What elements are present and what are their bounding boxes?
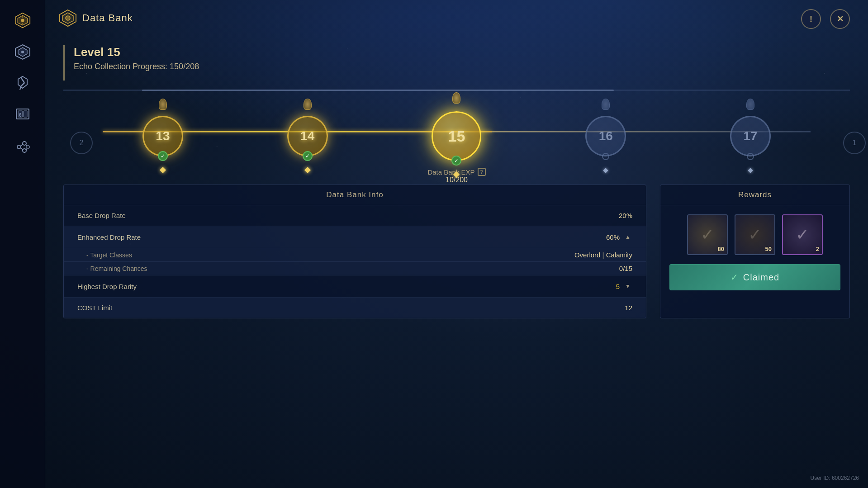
cost-limit-label: COST Limit — [77, 304, 112, 312]
sidebar-item-nav4[interactable] — [11, 136, 34, 158]
orb-top-15 — [452, 92, 460, 104]
row-highest-drop-rarity: Highest Drop Rarity 5 ▼ — [64, 275, 646, 298]
node-number-16: 16 — [599, 129, 613, 143]
echo-collection-progress: Echo Collection Progress: 150/208 — [74, 62, 841, 71]
reward-count-1: 80 — [718, 246, 724, 252]
highest-drop-value: 5 ▼ — [616, 282, 632, 291]
node-check-15: ✓ — [451, 156, 461, 166]
svg-line-11 — [20, 86, 21, 90]
info-panel-header: Data Bank Info — [64, 185, 646, 205]
topbar-actions: ! ✕ — [801, 9, 850, 29]
node-circle-13[interactable]: 13 — [142, 116, 183, 156]
scroll-thumb — [142, 90, 614, 91]
reward-item-1[interactable]: ✓ 80 — [687, 214, 728, 255]
info-panel: Data Bank Info Base Drop Rate 20% Enhanc… — [63, 185, 646, 318]
svg-line-20 — [21, 144, 23, 146]
reward-count-2: 50 — [765, 246, 772, 252]
svg-marker-8 — [18, 76, 27, 88]
claimed-button[interactable]: ✓ Claimed — [669, 264, 840, 290]
node-empty-16 — [602, 153, 609, 160]
rewards-panel-body: ✓ 80 ✓ 50 ✓ 2 — [660, 205, 849, 299]
sidebar-logo[interactable] — [11, 9, 34, 32]
level-right-circle: 1 — [843, 132, 866, 154]
rewards-items: ✓ 80 ✓ 50 ✓ 2 — [669, 214, 840, 255]
orb-knob-15 — [452, 92, 460, 104]
claimed-check-icon: ✓ — [730, 272, 739, 283]
row-target-classes: - Target Classes Overlord | Calamity — [64, 248, 646, 262]
row-cost-limit: COST Limit 12 — [64, 298, 646, 318]
main-content: Level 15 Echo Collection Progress: 150/2… — [45, 36, 868, 488]
level-node-17: 17 — [730, 107, 771, 156]
orb-knob-14 — [304, 99, 312, 110]
svg-point-18 — [23, 149, 26, 152]
reward-item-2[interactable]: ✓ 50 — [735, 214, 775, 255]
level-2-circle: 2 — [70, 132, 93, 154]
node-empty-17 — [747, 153, 754, 160]
rewards-panel-header: Rewards — [660, 185, 849, 205]
timeline-area: 2 1 13 ✓ — [63, 100, 850, 163]
cost-limit-value: 12 — [625, 304, 632, 312]
node-circle-16[interactable]: 16 — [585, 116, 626, 156]
node-number-17: 17 — [744, 129, 758, 143]
row-enhanced-drop-rate: Enhanced Drop Rate 60% ▲ — [64, 226, 646, 248]
base-drop-label: Base Drop Rate — [77, 212, 126, 219]
sidebar-item-nav2[interactable] — [11, 72, 34, 95]
row-remaining-chances: - Remaining Chances 0/15 — [64, 262, 646, 275]
sidebar-item-nav3[interactable]: 6 — [11, 104, 34, 127]
topbar-title-area: Data Bank — [59, 9, 133, 27]
node-number-14: 14 — [300, 129, 314, 143]
svg-point-17 — [23, 142, 26, 145]
svg-point-16 — [17, 145, 21, 149]
orb-top-17 — [746, 99, 754, 110]
node-circle-17[interactable]: 17 — [730, 116, 771, 156]
exclamation-button[interactable]: ! — [801, 9, 821, 29]
sidebar-item-nav1[interactable] — [11, 41, 34, 63]
level-nodes: 2 1 13 ✓ — [63, 100, 850, 163]
node-circle-15[interactable]: 15 — [432, 111, 481, 161]
svg-point-7 — [21, 51, 24, 53]
rarity-expand-btn[interactable]: ▼ — [623, 282, 632, 291]
highest-drop-label: Highest Drop Rarity — [77, 283, 137, 290]
svg-line-22 — [26, 145, 27, 146]
topbar: Data Bank ! ✕ — [45, 0, 868, 36]
close-button[interactable]: ✕ — [830, 9, 850, 29]
svg-line-9 — [21, 77, 24, 83]
orb-knob-13 — [159, 99, 167, 110]
reward-item-3[interactable]: ✓ 2 — [782, 214, 823, 255]
rewards-panel: Rewards ✓ 80 ✓ 50 — [660, 185, 850, 318]
databank-icon — [59, 9, 77, 27]
orb-knob-16 — [602, 99, 610, 110]
level-node-13: 13 ✓ — [142, 107, 183, 156]
node-number-13: 13 — [156, 129, 170, 143]
node-number-15: 15 — [448, 128, 465, 145]
orb-knob-17 — [746, 99, 754, 110]
row-base-drop-rate: Base Drop Rate 20% — [64, 205, 646, 226]
remaining-chances-value: 0/15 — [619, 265, 632, 272]
level-node-14: 14 ✓ — [287, 107, 328, 156]
orb-top-14 — [304, 99, 312, 110]
enhanced-expand-btn[interactable]: ▲ — [623, 232, 632, 242]
exp-info-icon[interactable]: ? — [478, 168, 486, 176]
level-title: Level 15 — [74, 45, 841, 59]
orb-top-13 — [159, 99, 167, 110]
base-drop-value: 20% — [619, 212, 632, 219]
node-check-13: ✓ — [158, 151, 168, 161]
enhanced-drop-value: 60% ▲ — [606, 232, 632, 242]
scroll-bar[interactable] — [63, 90, 850, 91]
svg-line-10 — [21, 83, 24, 86]
remaining-chances-label: - Remaining Chances — [77, 265, 147, 272]
orb-top-16 — [602, 99, 610, 110]
level-progression: 2 1 13 ✓ — [63, 90, 850, 171]
target-classes-label: - Target Classes — [77, 251, 132, 259]
node-check-14: ✓ — [303, 151, 313, 161]
level-info: Level 15 Echo Collection Progress: 150/2… — [63, 45, 850, 81]
node-circle-14[interactable]: 14 — [287, 116, 328, 156]
svg-point-2 — [21, 19, 24, 22]
level-node-16: 16 — [585, 107, 626, 156]
enhanced-drop-label: Enhanced Drop Rate — [77, 233, 141, 241]
claimed-label: Claimed — [743, 272, 779, 283]
svg-line-23 — [26, 148, 27, 150]
svg-point-26 — [66, 16, 70, 20]
page-title: Data Bank — [82, 12, 133, 24]
bottom-panels: Data Bank Info Base Drop Rate 20% Enhanc… — [63, 185, 850, 318]
